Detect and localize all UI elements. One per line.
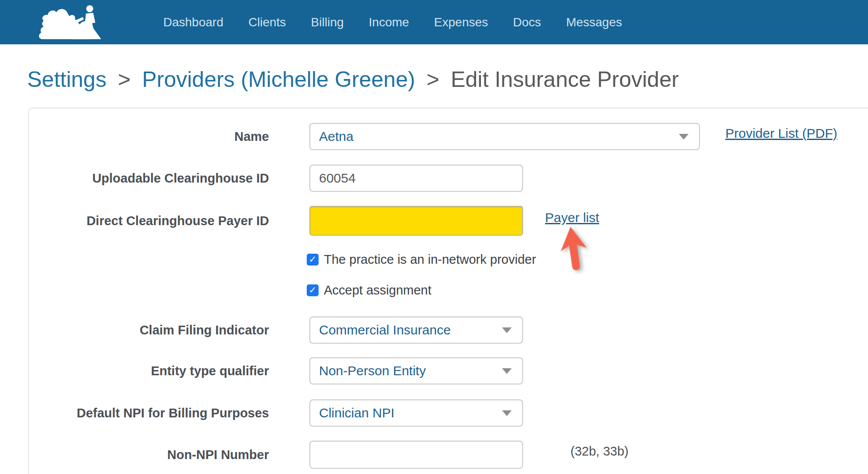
in-network-checkbox-row: ✓ The practice is an in-network provider	[307, 253, 536, 266]
checkmark-icon: ✓	[309, 285, 317, 295]
provider-list-pdf-link[interactable]: Provider List (PDF)	[725, 126, 837, 141]
name-select-value: Aetna	[319, 129, 353, 144]
page: Dashboard Clients Billing Income Expense…	[0, 0, 868, 474]
name-label: Name	[66, 123, 269, 150]
claim-filing-indicator-label: Claim Filing Indicator	[66, 316, 269, 344]
breadcrumb-separator: >	[427, 67, 439, 92]
chevron-down-icon	[502, 368, 512, 374]
claim-filing-indicator-value: Commercial Insurance	[319, 323, 451, 338]
non-npi-number-label: Non-NPI Number	[66, 441, 269, 469]
default-npi-value: Clinician NPI	[319, 406, 395, 420]
non-npi-number-input[interactable]	[309, 441, 523, 469]
direct-clearinghouse-payer-id-input[interactable]	[309, 206, 523, 236]
claim-filing-indicator-select[interactable]: Commercial Insurance	[309, 316, 523, 344]
mountain-climbers-logo-icon[interactable]	[38, 4, 107, 41]
chevron-down-icon	[502, 327, 512, 333]
nav-item-messages[interactable]: Messages	[566, 15, 622, 29]
accept-assignment-checkbox-row: ✓ Accept assignment	[307, 284, 431, 297]
breadcrumb-link-settings[interactable]: Settings	[27, 67, 107, 92]
nav-item-income[interactable]: Income	[369, 15, 409, 29]
nav-item-docs[interactable]: Docs	[513, 15, 541, 29]
uploadable-clearinghouse-id-input[interactable]	[309, 165, 523, 192]
chevron-down-icon	[502, 410, 512, 416]
nav-item-billing[interactable]: Billing	[311, 15, 344, 29]
page-title: Edit Insurance Provider	[451, 67, 679, 92]
name-select[interactable]: Aetna	[309, 123, 700, 150]
nav-item-expenses[interactable]: Expenses	[434, 15, 488, 29]
accept-assignment-checkbox[interactable]: ✓	[307, 284, 319, 296]
accept-assignment-checkbox-label: Accept assignment	[324, 283, 431, 298]
in-network-checkbox[interactable]: ✓	[307, 254, 319, 266]
chevron-down-icon	[679, 134, 689, 140]
breadcrumb-link-providers[interactable]: Providers (Michelle Greene)	[142, 67, 415, 92]
default-npi-select[interactable]: Clinician NPI	[309, 399, 523, 427]
default-npi-label: Default NPI for Billing Purposes	[66, 399, 269, 427]
breadcrumb: Settings > Providers (Michelle Greene) >…	[27, 67, 679, 92]
nav-item-dashboard[interactable]: Dashboard	[163, 15, 223, 29]
uploadable-clearinghouse-id-label: Uploadable Clearinghouse ID	[66, 165, 269, 192]
in-network-checkbox-label: The practice is an in-network provider	[324, 252, 536, 267]
nav-item-clients[interactable]: Clients	[248, 15, 286, 29]
nav-links: Dashboard Clients Billing Income Expense…	[163, 0, 622, 44]
top-nav-bar: Dashboard Clients Billing Income Expense…	[0, 0, 868, 44]
checkmark-icon: ✓	[309, 254, 317, 265]
non-npi-hint: (32b, 33b)	[570, 444, 628, 459]
entity-type-qualifier-label: Entity type qualifier	[66, 357, 269, 384]
breadcrumb-separator: >	[118, 67, 131, 92]
direct-clearinghouse-payer-id-label: Direct Clearinghouse Payer ID	[66, 206, 269, 236]
entity-type-qualifier-value: Non-Person Entity	[319, 363, 426, 378]
entity-type-qualifier-select[interactable]: Non-Person Entity	[309, 357, 523, 384]
